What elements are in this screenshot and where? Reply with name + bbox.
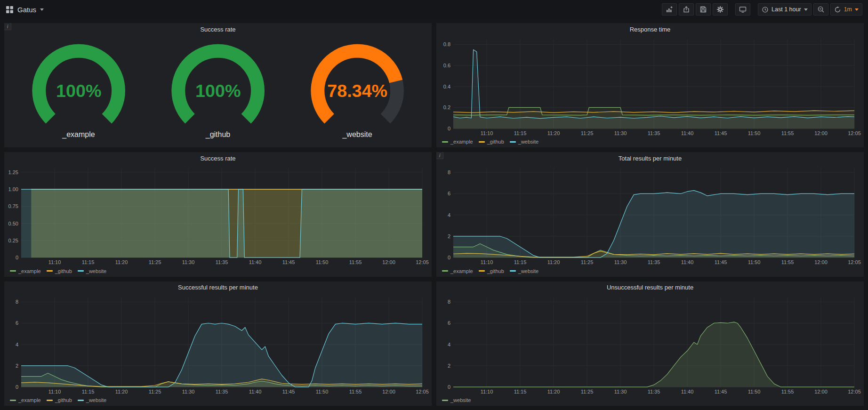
legend-series-color bbox=[442, 400, 448, 401]
legend-series-name: _example bbox=[18, 268, 41, 274]
zoom-out-button[interactable] bbox=[813, 3, 828, 16]
svg-text:11:55: 11:55 bbox=[349, 389, 362, 394]
dashboard-grid-icon bbox=[6, 6, 14, 14]
svg-text:0: 0 bbox=[16, 384, 18, 390]
gauge-row: 100%_example100%_github78.34%_website bbox=[4, 35, 432, 147]
legend-item-_github[interactable]: _github bbox=[47, 268, 72, 274]
panel-title[interactable]: Success rate bbox=[200, 155, 235, 162]
legend-series-color bbox=[442, 270, 448, 272]
svg-text:11:20: 11:20 bbox=[115, 389, 128, 394]
refresh-interval-label: 1m bbox=[844, 6, 852, 13]
share-icon bbox=[683, 6, 690, 13]
legend-item-_github[interactable]: _github bbox=[479, 268, 504, 274]
legend-item-_github[interactable]: _github bbox=[479, 139, 504, 145]
svg-text:11:15: 11:15 bbox=[514, 130, 527, 136]
legend-series-name: _website bbox=[86, 268, 106, 274]
legend-series-name: _example bbox=[18, 397, 41, 403]
legend-series-color bbox=[47, 270, 53, 272]
settings-button[interactable] bbox=[713, 3, 728, 16]
legend: _website bbox=[436, 396, 864, 406]
total-results-chart[interactable]: 11:1011:1511:2011:2511:3011:3511:4011:45… bbox=[436, 164, 864, 267]
svg-text:11:20: 11:20 bbox=[547, 389, 560, 394]
svg-text:11:45: 11:45 bbox=[715, 389, 727, 394]
gauge-label: _example bbox=[62, 130, 95, 143]
svg-text:11:30: 11:30 bbox=[182, 259, 195, 265]
svg-text:11:40: 11:40 bbox=[249, 259, 262, 265]
svg-text:0: 0 bbox=[16, 255, 18, 260]
tv-mode-button[interactable] bbox=[735, 3, 750, 16]
legend-item-_example[interactable]: _example bbox=[442, 139, 473, 145]
svg-text:11:25: 11:25 bbox=[581, 259, 594, 265]
dashboard-title[interactable]: Gatus bbox=[17, 6, 36, 14]
legend-item-_website[interactable]: _website bbox=[510, 268, 538, 274]
svg-text:11:40: 11:40 bbox=[681, 130, 694, 136]
legend-series-name: _github bbox=[487, 139, 504, 145]
svg-text:11:15: 11:15 bbox=[514, 389, 527, 394]
panel-title[interactable]: Response time bbox=[630, 26, 671, 33]
panel-title[interactable]: Successful results per minute bbox=[178, 284, 258, 291]
svg-text:11:25: 11:25 bbox=[149, 259, 161, 265]
svg-text:4: 4 bbox=[16, 341, 18, 347]
time-range-button[interactable]: Last 1 hour bbox=[758, 3, 812, 16]
chart-area: 11:1011:1511:2011:2511:3011:3511:4011:45… bbox=[436, 164, 864, 267]
legend-series-name: _website bbox=[518, 268, 538, 274]
legend-item-_github[interactable]: _github bbox=[47, 397, 72, 403]
panel-title[interactable]: Unsuccessful results per minute bbox=[607, 284, 693, 291]
panel-info-icon[interactable]: i bbox=[4, 23, 11, 30]
add-panel-button[interactable] bbox=[662, 3, 677, 16]
svg-text:11:25: 11:25 bbox=[581, 130, 594, 136]
success-rate-chart[interactable]: 11:1011:1511:2011:2511:3011:3511:4011:45… bbox=[4, 164, 432, 267]
legend-item-_example[interactable]: _example bbox=[10, 268, 41, 274]
response-time-chart[interactable]: 11:1011:1511:2011:2511:3011:3511:4011:45… bbox=[436, 35, 864, 138]
svg-text:11:40: 11:40 bbox=[681, 259, 694, 265]
svg-text:11:30: 11:30 bbox=[182, 389, 195, 394]
save-button[interactable] bbox=[696, 3, 711, 16]
chart-area: 11:1011:1511:2011:2511:3011:3511:4011:45… bbox=[436, 294, 864, 396]
svg-text:11:50: 11:50 bbox=[316, 389, 329, 394]
legend-item-_website[interactable]: _website bbox=[78, 268, 106, 274]
panel-success-rate-gauges: i Success rate 100%_example100%_github78… bbox=[4, 23, 432, 148]
legend-item-_example[interactable]: _example bbox=[10, 397, 41, 403]
share-button[interactable] bbox=[679, 3, 694, 16]
svg-text:11:50: 11:50 bbox=[748, 259, 761, 265]
svg-text:11:20: 11:20 bbox=[547, 130, 560, 136]
svg-text:11:50: 11:50 bbox=[748, 130, 761, 136]
time-range-label: Last 1 hour bbox=[772, 6, 801, 13]
svg-text:12:00: 12:00 bbox=[814, 389, 828, 394]
legend-series-name: _github bbox=[487, 268, 504, 274]
svg-text:1.00: 1.00 bbox=[8, 186, 18, 192]
chevron-down-icon bbox=[40, 8, 44, 11]
dashboard-grid: i Success rate 100%_example100%_github78… bbox=[0, 19, 868, 410]
svg-text:11:30: 11:30 bbox=[614, 130, 627, 136]
svg-text:11:55: 11:55 bbox=[781, 130, 794, 136]
gauge-arc: 100% bbox=[16, 37, 141, 130]
panel-info-icon[interactable]: i bbox=[436, 152, 443, 159]
panel-header: Success rate bbox=[4, 152, 432, 164]
successful-results-chart[interactable]: 11:1011:1511:2011:2511:3011:3511:4011:45… bbox=[4, 294, 432, 396]
svg-text:6: 6 bbox=[16, 320, 18, 326]
gauge-_example: 100%_example bbox=[9, 37, 148, 143]
svg-text:11:45: 11:45 bbox=[282, 389, 295, 394]
svg-text:11:10: 11:10 bbox=[481, 389, 493, 394]
svg-text:12:05: 12:05 bbox=[848, 389, 861, 394]
legend-item-_example[interactable]: _example bbox=[442, 268, 473, 274]
navbar: Gatus bbox=[0, 0, 868, 19]
legend-item-_website[interactable]: _website bbox=[510, 139, 538, 145]
legend-series-name: _github bbox=[55, 397, 72, 403]
svg-text:11:50: 11:50 bbox=[316, 259, 329, 265]
dashboard-switcher[interactable]: Gatus bbox=[6, 6, 44, 14]
add-panel-icon bbox=[666, 6, 673, 13]
panel-title[interactable]: Success rate bbox=[200, 26, 235, 33]
panel-response-time: Response time 11:1011:1511:2011:2511:301… bbox=[436, 23, 864, 148]
svg-text:0: 0 bbox=[448, 126, 450, 131]
refresh-button[interactable]: 1m bbox=[830, 3, 862, 16]
panel-successful-results: Successful results per minute 11:1011:15… bbox=[4, 281, 432, 406]
legend-item-_website[interactable]: _website bbox=[442, 397, 471, 403]
panel-title[interactable]: Total results per minute bbox=[619, 155, 682, 162]
svg-text:11:25: 11:25 bbox=[581, 389, 594, 394]
gauge-_github: 100%_github bbox=[148, 37, 288, 143]
panel-header: Total results per minute bbox=[436, 152, 864, 164]
legend-item-_website[interactable]: _website bbox=[78, 397, 106, 403]
unsuccessful-results-chart[interactable]: 11:1011:1511:2011:2511:3011:3511:4011:45… bbox=[436, 294, 864, 396]
svg-text:0.50: 0.50 bbox=[8, 221, 18, 226]
